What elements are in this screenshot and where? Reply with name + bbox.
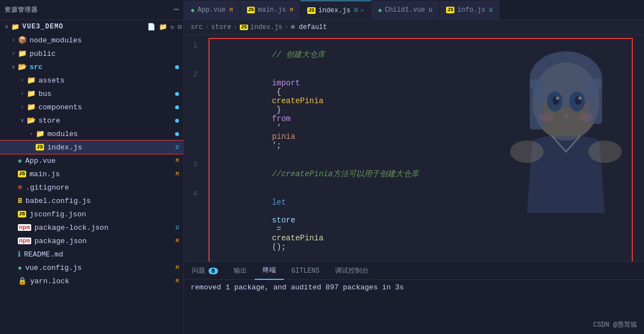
code-token (272, 207, 277, 216)
project-name: VUE3_DEMO (22, 23, 146, 31)
code-token: { (272, 88, 286, 96)
breadcrumb-file[interactable]: index.js (250, 23, 283, 31)
git-icon: ⊛ (18, 183, 22, 192)
sidebar-item-project-root[interactable]: ∨ 📁 VUE3_DEMO 📄 📁 ↻ ⊟ (0, 20, 183, 33)
sidebar-item-label: src (30, 63, 175, 71)
sidebar-item-gitignore[interactable]: ⊛ .gitignore (0, 181, 183, 194)
js-file-icon: JS (36, 144, 44, 151)
js-icon: JS (446, 7, 454, 13)
line-code[interactable]: import { createPinia } from ' pinia '; (206, 70, 644, 159)
sidebar-item-index-js[interactable]: JS index.js U (0, 141, 183, 154)
tab-child1-vue[interactable]: ◆ Child1.vue U (371, 1, 439, 20)
sidebar-item-bus[interactable]: › 📁 bus (0, 87, 183, 100)
code-content[interactable]: 1 // 创建大仓库 2 import { createPinia } (184, 35, 644, 262)
sidebar-item-components[interactable]: › 📁 components (0, 100, 183, 114)
toolbar-collapse-icon[interactable]: ⊟ (176, 23, 183, 31)
code-token: store (272, 216, 296, 225)
folder-icon: 📁 (27, 103, 36, 112)
sidebar-item-store[interactable]: ∨ 📂 store (0, 114, 183, 127)
chevron-right-icon: › (18, 104, 27, 110)
panel-tab-debug[interactable]: 调试控制台 (327, 262, 376, 280)
toolbar-new-folder-icon[interactable]: 📁 (157, 23, 169, 31)
panel-tab-problems[interactable]: 问题 8 (184, 262, 226, 280)
breadcrumb-src[interactable]: src (191, 23, 203, 31)
sidebar-item-label: README.md (24, 250, 183, 259)
lock-icon: 🔒 (18, 277, 27, 285)
line-code[interactable]: let store = createPinia (); (206, 189, 644, 260)
sidebar-item-label: index.js (47, 143, 175, 152)
panel-tab-label: GITLENS (292, 267, 319, 275)
problems-badge: 8 (209, 268, 218, 274)
terminal-output: removed 1 package, and audited 897 packa… (184, 280, 644, 334)
tab-badge: U (489, 7, 492, 13)
line-number: 4 (184, 190, 206, 198)
toolbar-refresh-icon[interactable]: ↻ (169, 23, 176, 31)
sidebar-item-label: components (38, 103, 175, 112)
sidebar-item-public[interactable]: › 📁 public (0, 47, 183, 60)
panel-tab-output[interactable]: 输出 (226, 262, 255, 280)
sidebar-item-label: yarn.lock (30, 277, 175, 285)
tab-info-js[interactable]: JS info.js U (439, 1, 500, 20)
code-line-4: 4 let store = createPinia (); (184, 188, 644, 261)
sidebar-item-modules[interactable]: › 📁 modules (0, 127, 183, 141)
line-code[interactable]: //createPinia方法可以用于创建大仓库 (206, 160, 644, 188)
vue-icon: ◆ (191, 6, 195, 14)
explorer-menu-icon[interactable]: ⋯ (173, 4, 179, 15)
code-token: '; (272, 141, 282, 150)
code-token: //createPinia方法可以用于创建大仓库 (272, 170, 419, 178)
toolbar-new-file-icon[interactable]: 📄 (146, 23, 157, 31)
sidebar-item-app-vue[interactable]: ◆ App.vue M (0, 154, 183, 167)
sidebar-item-jsconfig[interactable]: JS jsconfig.json (0, 207, 183, 221)
line-code[interactable]: // 创建大仓库 (206, 41, 644, 69)
sidebar-item-label: bus (38, 90, 175, 98)
file-badge: U (176, 144, 179, 151)
npm-icon: npm (18, 238, 31, 244)
sidebar-item-assets[interactable]: › 📁 assets (0, 74, 183, 87)
file-explorer-sidebar: ∨ 📁 VUE3_DEMO 📄 📁 ↻ ⊟ › 📦 node_modules ›… (0, 20, 184, 334)
code-editor[interactable]: 1 // 创建大仓库 2 import { createPinia } (184, 35, 644, 262)
tab-label: index.js (318, 7, 351, 14)
breadcrumb-js-icon: JS (240, 25, 248, 30)
sidebar-item-label: assets (38, 76, 183, 85)
file-badge: M (176, 158, 179, 164)
terminal-text: removed 1 package, and audited 897 packa… (191, 283, 404, 292)
line-number: 3 (184, 161, 206, 169)
code-token: pinia (272, 132, 296, 141)
tab-label: main.js (258, 6, 285, 14)
sidebar-item-package-lock[interactable]: npm package-lock.json U (0, 221, 183, 234)
panel-tab-terminal[interactable]: 终端 (255, 262, 284, 280)
chevron-right-icon: › (9, 51, 18, 57)
sidebar-item-label: modules (47, 130, 175, 138)
folder-icon: 📁 (11, 23, 20, 31)
bottom-panel: 问题 8 输出 终端 GITLENS 调试控制台 (184, 262, 644, 334)
panel-tab-gitlens[interactable]: GITLENS (284, 262, 327, 280)
code-token: let (272, 198, 286, 207)
panel-tab-label: 终端 (263, 265, 276, 275)
sidebar-item-yarn-lock[interactable]: 🔒 yarn.lock M (0, 274, 183, 288)
tab-close-button[interactable]: ✕ (360, 7, 364, 14)
sidebar-item-package-json[interactable]: npm package.json M (0, 234, 183, 248)
code-line-5: 5 // 对外暴露, 安装仓库 (184, 261, 644, 262)
tab-main-js[interactable]: JS main.js M (240, 1, 301, 20)
code-token: (); (272, 243, 286, 251)
tab-app-vue[interactable]: ◆ App.vue M (184, 1, 240, 20)
breadcrumb-store[interactable]: store (211, 23, 231, 31)
sidebar-item-vue-config[interactable]: ◆ vue.config.js M (0, 261, 183, 274)
tab-label: info.js (457, 6, 485, 14)
sidebar-item-readme[interactable]: ℹ README.md (0, 248, 183, 261)
folder-open-icon: 📂 (27, 116, 36, 125)
explorer-title: 资源管理器 (4, 6, 38, 14)
breadcrumb-symbol[interactable]: ⊙ default (291, 23, 327, 31)
sidebar-item-babel[interactable]: B babel.config.js (0, 194, 183, 207)
vue-file-icon: ◆ (18, 157, 22, 165)
folder-open-icon: 📂 (18, 62, 27, 71)
npm-icon: npm (18, 224, 31, 231)
file-badge: M (176, 278, 179, 284)
sidebar-item-node-modules[interactable]: › 📦 node_modules (0, 33, 183, 47)
chevron-down-icon: ∨ (18, 117, 27, 124)
tab-index-js[interactable]: JS index.js U ✕ (301, 1, 371, 20)
vue-icon: ◆ (378, 6, 382, 14)
sidebar-item-main-js[interactable]: JS main.js M (0, 167, 183, 181)
panel-tab-label: 调试控制台 (335, 266, 369, 275)
sidebar-item-src[interactable]: ∨ 📂 src (0, 60, 183, 74)
